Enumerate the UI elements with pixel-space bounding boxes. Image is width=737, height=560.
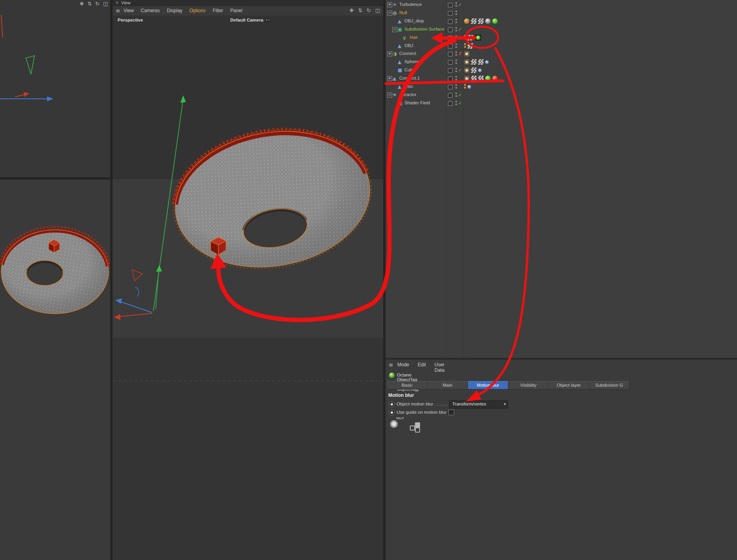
- close-tab-icon[interactable]: ×: [115, 0, 119, 5]
- visibility-dots[interactable]: [455, 35, 457, 37]
- tag-orangedot-icon[interactable]: [464, 35, 466, 37]
- tree-item-label[interactable]: Shader Field: [404, 100, 430, 105]
- tree-item-turbulence[interactable]: +✳Turbulence✓: [386, 1, 737, 9]
- zoom-view-icon[interactable]: ⇅: [87, 1, 92, 7]
- menu-panel[interactable]: Panel: [230, 8, 242, 13]
- tree-item-cube[interactable]: ■Cube✓◉: [386, 66, 737, 74]
- tree-item-null[interactable]: −◎Null: [386, 9, 737, 17]
- layer-chip[interactable]: [448, 76, 453, 81]
- tag-checker-icon[interactable]: [478, 59, 484, 65]
- tag-checker-icon[interactable]: [478, 18, 484, 24]
- tree-item-label[interactable]: Connect.1: [399, 76, 420, 80]
- maximize-view-icon[interactable]: ◫: [375, 7, 380, 13]
- tag-bluedot-icon[interactable]: [468, 85, 471, 89]
- layer-chip[interactable]: [448, 27, 453, 32]
- menu-filter[interactable]: Filter: [213, 8, 223, 13]
- visibility-dots[interactable]: [455, 2, 457, 4]
- tab-main[interactable]: Main: [428, 381, 468, 389]
- visibility-dots[interactable]: [455, 60, 457, 61]
- tree-item-connect-1[interactable]: +▲Connect.1◉: [386, 75, 737, 82]
- hamburger-menu-icon[interactable]: ≡: [389, 362, 393, 368]
- tab-subdivision-g[interactable]: Subdivision G: [589, 381, 630, 389]
- visibility-dots[interactable]: [455, 101, 457, 102]
- layer-chip[interactable]: [448, 3, 453, 7]
- layer-chip[interactable]: [448, 11, 453, 16]
- tag-bluedot-icon[interactable]: [485, 60, 489, 64]
- visibility-dots[interactable]: [455, 19, 457, 20]
- tree-item-label[interactable]: Disc: [404, 84, 413, 89]
- menu-options[interactable]: Options: [189, 8, 206, 13]
- menu-edit[interactable]: Edit: [418, 362, 426, 373]
- tag-texball-icon[interactable]: [464, 18, 469, 24]
- zoom-view-icon[interactable]: ⇅: [358, 7, 362, 13]
- tag-greenball-icon[interactable]: [492, 18, 498, 24]
- enabled-check-icon[interactable]: ✓: [458, 67, 462, 73]
- tree-item-label[interactable]: Hair: [409, 35, 418, 40]
- view-tab-label[interactable]: View: [121, 0, 131, 5]
- tree-item-connect[interactable]: +◑Connect✗◉: [386, 50, 737, 58]
- tag-checker-icon[interactable]: [468, 35, 473, 40]
- tag-checker-icon[interactable]: [471, 18, 477, 24]
- visibility-dots[interactable]: [455, 84, 457, 86]
- tab-basic[interactable]: Basic: [387, 381, 428, 389]
- tag-orangedot-icon[interactable]: [464, 84, 466, 86]
- rotate-view-icon[interactable]: ↻: [95, 1, 100, 7]
- layer-chip[interactable]: [448, 101, 453, 106]
- tree-item-label[interactable]: Sphere: [404, 59, 419, 64]
- object-motion-blur-radio[interactable]: [389, 402, 395, 407]
- tag-checker-icon[interactable]: [471, 67, 477, 73]
- layer-chip[interactable]: [448, 52, 453, 56]
- tree-item-label[interactable]: OBJ: [404, 43, 413, 48]
- layer-chip[interactable]: [448, 19, 453, 24]
- tag-bluedot-icon[interactable]: [478, 69, 482, 72]
- tree-item-attractor[interactable]: −✳Attractor✓: [386, 91, 737, 99]
- tag-redball-icon[interactable]: [492, 76, 498, 81]
- layer-chip[interactable]: [448, 68, 453, 73]
- tag-eye-icon[interactable]: ◉: [464, 59, 469, 65]
- expander-minus-icon[interactable]: −: [392, 27, 397, 32]
- tab-object-layer[interactable]: Object layer: [549, 381, 589, 389]
- tab-visibility[interactable]: Visibility: [508, 381, 549, 389]
- node-editor-icon[interactable]: [410, 422, 420, 432]
- tab-motion-blur[interactable]: Motion blur: [468, 381, 508, 389]
- octane-help-icon[interactable]: ✺: [389, 418, 399, 430]
- maximize-view-icon[interactable]: ◫: [103, 1, 108, 7]
- tag-checker-icon[interactable]: [468, 43, 473, 49]
- expander-plus-icon[interactable]: +: [387, 2, 392, 7]
- pan-view-icon[interactable]: ✥: [349, 7, 354, 13]
- use-guides-radio[interactable]: [389, 410, 395, 415]
- tree-item-label[interactable]: Subdivision Surface: [404, 27, 444, 31]
- expander-minus-icon[interactable]: −: [387, 93, 392, 98]
- motion-blur-type-select[interactable]: Transform/vertex ▾: [449, 400, 508, 409]
- layer-chip[interactable]: [448, 60, 453, 65]
- menu-view[interactable]: View: [124, 8, 134, 13]
- tree-item-label[interactable]: Null: [399, 10, 407, 15]
- layer-chip[interactable]: [448, 44, 453, 49]
- tree-item-disc[interactable]: ▲Disc: [386, 83, 737, 91]
- expander-plus-icon[interactable]: +: [387, 51, 392, 56]
- enabled-check-icon[interactable]: ✓: [458, 100, 462, 106]
- visibility-dots[interactable]: [455, 11, 457, 12]
- tree-item-obj-disp[interactable]: ▲OBJ_disp: [386, 17, 737, 25]
- menu-display[interactable]: Display: [167, 8, 182, 13]
- tree-item-subdivision-surface[interactable]: −▣Subdivision Surface✓: [386, 25, 737, 33]
- disabled-cross-icon[interactable]: ✗: [458, 51, 462, 56]
- viewport-bottom-left[interactable]: [0, 180, 110, 560]
- menu-user-data[interactable]: User Data: [435, 362, 444, 373]
- pan-view-icon[interactable]: ✥: [80, 1, 84, 7]
- visibility-dots[interactable]: [455, 51, 457, 53]
- tree-item-obj[interactable]: ▲OBJ: [386, 42, 737, 50]
- hamburger-menu-icon[interactable]: ≡: [116, 7, 120, 14]
- layer-chip[interactable]: [448, 93, 453, 98]
- expander-minus-icon[interactable]: −: [387, 11, 392, 16]
- tree-item-label[interactable]: Connect: [399, 51, 416, 56]
- enabled-check-icon[interactable]: ✓: [458, 27, 462, 32]
- visibility-dots[interactable]: [455, 93, 457, 94]
- tag-octtag-icon[interactable]: [475, 34, 482, 41]
- tag-greenball-icon[interactable]: [485, 76, 491, 81]
- layer-chip[interactable]: [448, 85, 453, 89]
- default-camera-label[interactable]: Default Camera: [230, 18, 270, 22]
- visibility-dots[interactable]: [455, 27, 457, 29]
- enabled-check-icon[interactable]: ✓: [458, 92, 462, 98]
- tag-checker-icon[interactable]: [478, 76, 484, 81]
